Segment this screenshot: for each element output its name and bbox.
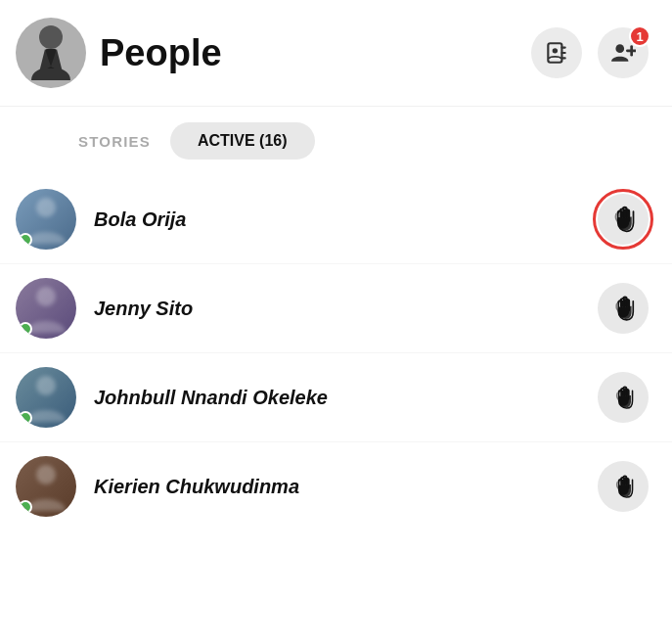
svg-point-13: [36, 287, 56, 306]
contacts-button[interactable]: [531, 27, 582, 78]
wave-icon: [611, 475, 636, 499]
svg-point-0: [39, 25, 63, 49]
add-friend-button[interactable]: 1: [598, 27, 649, 78]
person-name: Kierien Chukwudinma: [94, 476, 598, 498]
wave-icon: [610, 296, 637, 322]
people-list: Bola Orija Jenny Sito: [0, 175, 672, 550]
person-name: Jenny Sito: [94, 298, 598, 320]
wave-button[interactable]: [598, 283, 649, 334]
svg-point-12: [36, 198, 56, 217]
wave-button[interactable]: [598, 461, 649, 512]
online-indicator: [19, 411, 32, 425]
list-item: Bola Orija: [0, 175, 672, 264]
wave-icon: [611, 386, 636, 410]
online-indicator: [19, 322, 32, 336]
svg-point-15: [36, 465, 56, 484]
online-indicator: [19, 500, 32, 514]
stories-tab[interactable]: STORIES: [78, 125, 151, 158]
notification-badge: 1: [629, 25, 650, 47]
list-item: Jenny Sito: [0, 264, 672, 353]
header: People 1: [0, 0, 672, 107]
wave-icon: [609, 206, 637, 233]
svg-point-14: [36, 376, 56, 395]
contacts-icon: [544, 40, 569, 66]
avatar: [16, 456, 76, 517]
avatar: [16, 18, 86, 88]
svg-point-8: [553, 48, 558, 53]
online-indicator: [19, 233, 32, 247]
avatar: [16, 278, 76, 339]
svg-point-9: [615, 44, 624, 53]
avatar: [16, 189, 76, 250]
page-title: People: [100, 32, 531, 74]
list-item: Kierien Chukwudinma: [0, 442, 672, 530]
person-name: Johnbull Nnandi Okeleke: [94, 387, 598, 409]
wave-button[interactable]: [598, 194, 649, 245]
header-icons: 1: [531, 27, 649, 78]
wave-button[interactable]: [598, 372, 649, 423]
person-name: Bola Orija: [94, 208, 598, 231]
avatar: [16, 367, 76, 428]
list-item: Johnbull Nnandi Okeleke: [0, 353, 672, 442]
active-tab[interactable]: ACTIVE (16): [170, 122, 315, 160]
tabs-row: STORIES ACTIVE (16): [0, 107, 672, 175]
